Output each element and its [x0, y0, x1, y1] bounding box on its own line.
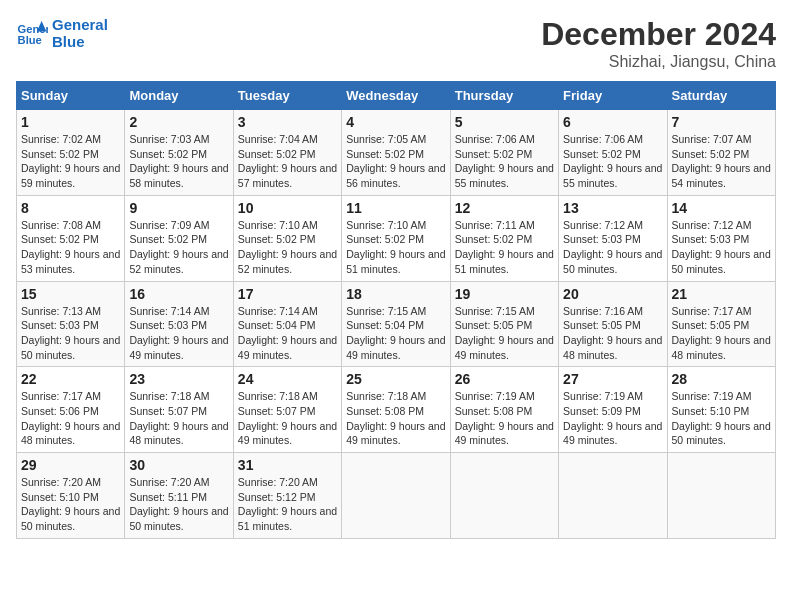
calendar-cell: [450, 453, 558, 539]
day-number: 3: [238, 114, 337, 130]
day-number: 31: [238, 457, 337, 473]
day-info: Sunrise: 7:19 AM Sunset: 5:09 PM Dayligh…: [563, 389, 662, 448]
header-saturday: Saturday: [667, 82, 775, 110]
page-header: General Blue General Blue December 2024 …: [16, 16, 776, 71]
location-title: Shizhai, Jiangsu, China: [541, 53, 776, 71]
day-info: Sunrise: 7:18 AM Sunset: 5:07 PM Dayligh…: [238, 389, 337, 448]
logo-icon: General Blue: [16, 17, 48, 49]
day-info: Sunrise: 7:06 AM Sunset: 5:02 PM Dayligh…: [563, 132, 662, 191]
day-info: Sunrise: 7:13 AM Sunset: 5:03 PM Dayligh…: [21, 304, 120, 363]
day-number: 17: [238, 286, 337, 302]
calendar-cell: [559, 453, 667, 539]
calendar-cell: 2Sunrise: 7:03 AM Sunset: 5:02 PM Daylig…: [125, 110, 233, 196]
day-number: 24: [238, 371, 337, 387]
calendar-cell: 21Sunrise: 7:17 AM Sunset: 5:05 PM Dayli…: [667, 281, 775, 367]
calendar-cell: 15Sunrise: 7:13 AM Sunset: 5:03 PM Dayli…: [17, 281, 125, 367]
calendar-cell: 10Sunrise: 7:10 AM Sunset: 5:02 PM Dayli…: [233, 195, 341, 281]
month-title: December 2024: [541, 16, 776, 53]
day-info: Sunrise: 7:19 AM Sunset: 5:10 PM Dayligh…: [672, 389, 771, 448]
day-number: 18: [346, 286, 445, 302]
day-info: Sunrise: 7:18 AM Sunset: 5:07 PM Dayligh…: [129, 389, 228, 448]
calendar-cell: 8Sunrise: 7:08 AM Sunset: 5:02 PM Daylig…: [17, 195, 125, 281]
day-number: 14: [672, 200, 771, 216]
calendar-cell: 6Sunrise: 7:06 AM Sunset: 5:02 PM Daylig…: [559, 110, 667, 196]
header-sunday: Sunday: [17, 82, 125, 110]
day-info: Sunrise: 7:18 AM Sunset: 5:08 PM Dayligh…: [346, 389, 445, 448]
day-info: Sunrise: 7:08 AM Sunset: 5:02 PM Dayligh…: [21, 218, 120, 277]
calendar-cell: 31Sunrise: 7:20 AM Sunset: 5:12 PM Dayli…: [233, 453, 341, 539]
day-number: 5: [455, 114, 554, 130]
calendar-week-2: 8Sunrise: 7:08 AM Sunset: 5:02 PM Daylig…: [17, 195, 776, 281]
day-number: 22: [21, 371, 120, 387]
day-info: Sunrise: 7:05 AM Sunset: 5:02 PM Dayligh…: [346, 132, 445, 191]
calendar-cell: 14Sunrise: 7:12 AM Sunset: 5:03 PM Dayli…: [667, 195, 775, 281]
calendar-cell: 13Sunrise: 7:12 AM Sunset: 5:03 PM Dayli…: [559, 195, 667, 281]
day-info: Sunrise: 7:20 AM Sunset: 5:12 PM Dayligh…: [238, 475, 337, 534]
calendar-cell: 18Sunrise: 7:15 AM Sunset: 5:04 PM Dayli…: [342, 281, 450, 367]
day-info: Sunrise: 7:09 AM Sunset: 5:02 PM Dayligh…: [129, 218, 228, 277]
logo: General Blue General Blue: [16, 16, 108, 50]
svg-text:Blue: Blue: [18, 34, 42, 46]
calendar-week-4: 22Sunrise: 7:17 AM Sunset: 5:06 PM Dayli…: [17, 367, 776, 453]
calendar-cell: 19Sunrise: 7:15 AM Sunset: 5:05 PM Dayli…: [450, 281, 558, 367]
day-number: 7: [672, 114, 771, 130]
day-info: Sunrise: 7:03 AM Sunset: 5:02 PM Dayligh…: [129, 132, 228, 191]
day-number: 9: [129, 200, 228, 216]
day-info: Sunrise: 7:14 AM Sunset: 5:04 PM Dayligh…: [238, 304, 337, 363]
calendar-week-5: 29Sunrise: 7:20 AM Sunset: 5:10 PM Dayli…: [17, 453, 776, 539]
day-number: 23: [129, 371, 228, 387]
day-info: Sunrise: 7:11 AM Sunset: 5:02 PM Dayligh…: [455, 218, 554, 277]
calendar-week-1: 1Sunrise: 7:02 AM Sunset: 5:02 PM Daylig…: [17, 110, 776, 196]
calendar-cell: 25Sunrise: 7:18 AM Sunset: 5:08 PM Dayli…: [342, 367, 450, 453]
day-number: 19: [455, 286, 554, 302]
day-info: Sunrise: 7:04 AM Sunset: 5:02 PM Dayligh…: [238, 132, 337, 191]
day-info: Sunrise: 7:15 AM Sunset: 5:05 PM Dayligh…: [455, 304, 554, 363]
calendar-cell: 20Sunrise: 7:16 AM Sunset: 5:05 PM Dayli…: [559, 281, 667, 367]
calendar-cell: 7Sunrise: 7:07 AM Sunset: 5:02 PM Daylig…: [667, 110, 775, 196]
calendar-cell: 16Sunrise: 7:14 AM Sunset: 5:03 PM Dayli…: [125, 281, 233, 367]
day-info: Sunrise: 7:07 AM Sunset: 5:02 PM Dayligh…: [672, 132, 771, 191]
calendar-cell: 24Sunrise: 7:18 AM Sunset: 5:07 PM Dayli…: [233, 367, 341, 453]
header-thursday: Thursday: [450, 82, 558, 110]
logo-general: General: [52, 16, 108, 33]
header-monday: Monday: [125, 82, 233, 110]
day-info: Sunrise: 7:20 AM Sunset: 5:11 PM Dayligh…: [129, 475, 228, 534]
day-number: 16: [129, 286, 228, 302]
calendar-table: SundayMondayTuesdayWednesdayThursdayFrid…: [16, 81, 776, 539]
calendar-cell: 28Sunrise: 7:19 AM Sunset: 5:10 PM Dayli…: [667, 367, 775, 453]
day-number: 21: [672, 286, 771, 302]
day-number: 6: [563, 114, 662, 130]
day-number: 10: [238, 200, 337, 216]
day-info: Sunrise: 7:10 AM Sunset: 5:02 PM Dayligh…: [346, 218, 445, 277]
calendar-week-3: 15Sunrise: 7:13 AM Sunset: 5:03 PM Dayli…: [17, 281, 776, 367]
day-info: Sunrise: 7:17 AM Sunset: 5:06 PM Dayligh…: [21, 389, 120, 448]
calendar-cell: 11Sunrise: 7:10 AM Sunset: 5:02 PM Dayli…: [342, 195, 450, 281]
calendar-cell: 3Sunrise: 7:04 AM Sunset: 5:02 PM Daylig…: [233, 110, 341, 196]
calendar-cell: 1Sunrise: 7:02 AM Sunset: 5:02 PM Daylig…: [17, 110, 125, 196]
day-info: Sunrise: 7:12 AM Sunset: 5:03 PM Dayligh…: [672, 218, 771, 277]
calendar-cell: 4Sunrise: 7:05 AM Sunset: 5:02 PM Daylig…: [342, 110, 450, 196]
day-number: 12: [455, 200, 554, 216]
day-info: Sunrise: 7:19 AM Sunset: 5:08 PM Dayligh…: [455, 389, 554, 448]
calendar-cell: [667, 453, 775, 539]
calendar-cell: 5Sunrise: 7:06 AM Sunset: 5:02 PM Daylig…: [450, 110, 558, 196]
day-info: Sunrise: 7:02 AM Sunset: 5:02 PM Dayligh…: [21, 132, 120, 191]
header-wednesday: Wednesday: [342, 82, 450, 110]
day-number: 13: [563, 200, 662, 216]
day-number: 11: [346, 200, 445, 216]
calendar-cell: 9Sunrise: 7:09 AM Sunset: 5:02 PM Daylig…: [125, 195, 233, 281]
title-block: December 2024 Shizhai, Jiangsu, China: [541, 16, 776, 71]
calendar-cell: 23Sunrise: 7:18 AM Sunset: 5:07 PM Dayli…: [125, 367, 233, 453]
day-info: Sunrise: 7:16 AM Sunset: 5:05 PM Dayligh…: [563, 304, 662, 363]
calendar-cell: 26Sunrise: 7:19 AM Sunset: 5:08 PM Dayli…: [450, 367, 558, 453]
day-number: 29: [21, 457, 120, 473]
day-info: Sunrise: 7:10 AM Sunset: 5:02 PM Dayligh…: [238, 218, 337, 277]
logo-blue: Blue: [52, 33, 108, 50]
calendar-cell: 12Sunrise: 7:11 AM Sunset: 5:02 PM Dayli…: [450, 195, 558, 281]
calendar-cell: 29Sunrise: 7:20 AM Sunset: 5:10 PM Dayli…: [17, 453, 125, 539]
calendar-cell: 27Sunrise: 7:19 AM Sunset: 5:09 PM Dayli…: [559, 367, 667, 453]
day-number: 28: [672, 371, 771, 387]
day-number: 4: [346, 114, 445, 130]
header-friday: Friday: [559, 82, 667, 110]
day-number: 30: [129, 457, 228, 473]
